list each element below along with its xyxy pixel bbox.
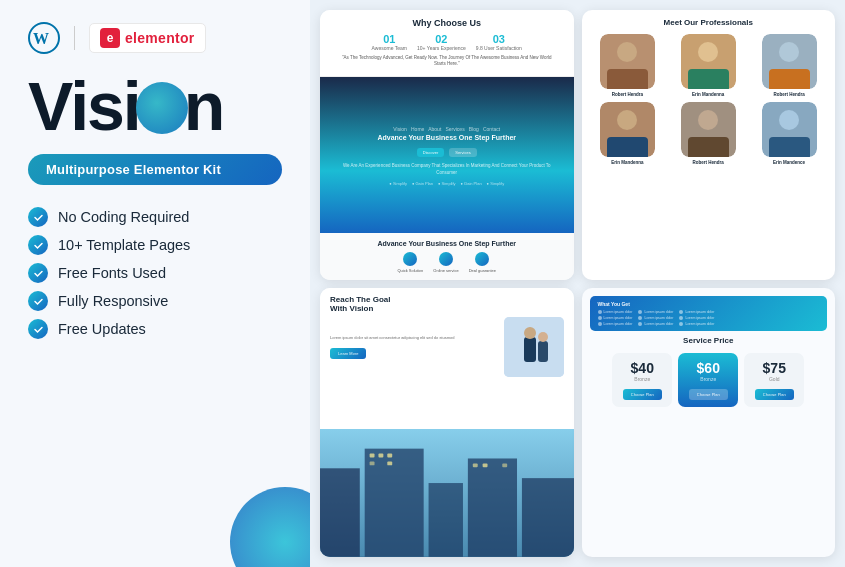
svg-rect-6: [607, 69, 648, 89]
price-col-bronze: $40 Bronze Choose Plan: [612, 353, 672, 407]
price-col-featured: $60 Bronze Choose Plan: [678, 353, 738, 407]
feature-list: No Coding Required 10+ Template Pages Fr…: [28, 207, 282, 339]
svg-point-11: [779, 42, 799, 62]
hero-sub-text: We Are An Experienced Business Company T…: [328, 163, 566, 176]
team-photo-4: [600, 102, 655, 157]
svg-point-26: [538, 332, 548, 342]
advance-circle-1: [403, 252, 417, 266]
what-items-grid: Lorem ipsum dolor Lorem ipsum dolor Lore…: [598, 310, 820, 326]
svg-rect-39: [483, 464, 488, 468]
team-member-5: Robert Hendra: [670, 102, 746, 165]
svg-point-8: [698, 42, 718, 62]
svg-point-17: [698, 110, 718, 130]
team-member-3: Robert Hendra: [751, 34, 827, 97]
wordpress-logo: W: [28, 22, 60, 54]
reach-text: Lorem ipsum dolor sit amet consectetur a…: [330, 335, 496, 359]
check-icon-5: [28, 319, 48, 339]
hero-stats-row: ● Simplify ● Gain Plan ● Simplify ● Gain…: [389, 181, 504, 186]
advance-section: Advance Your Business One Step Further Q…: [320, 233, 574, 280]
advance-item-3: Deal guarantee: [469, 252, 496, 273]
team-member-6: Erin Mandence: [751, 102, 827, 165]
check-icon-4: [28, 291, 48, 311]
elementor-badge: e elementor: [89, 23, 206, 53]
svg-rect-30: [429, 483, 463, 557]
team-member-2: Erin Mandenna: [670, 34, 746, 97]
check-icon-2: [28, 235, 48, 255]
svg-point-14: [617, 110, 637, 130]
svg-rect-9: [688, 69, 729, 89]
svg-point-5: [617, 42, 637, 62]
left-panel: W e elementor Visin Multipurpose Element…: [0, 0, 310, 567]
why-num-3: 03 9.8 User Satisfaction: [476, 33, 522, 51]
brand-title: Visin: [28, 72, 282, 140]
svg-rect-36: [370, 462, 375, 466]
hero-discover-btn[interactable]: Discover: [417, 148, 445, 157]
preview-card-top-right: Meet Our Professionals Robert Hendra: [582, 10, 836, 280]
check-icon-1: [28, 207, 48, 227]
team-photo-2: [681, 34, 736, 89]
feature-item-4: Fully Responsive: [28, 291, 282, 311]
meet-title: Meet Our Professionals: [590, 18, 828, 27]
hero-buttons-row: Discover Services: [417, 148, 477, 157]
service-price-title: Service Price: [590, 336, 828, 345]
hero-website-title: Advance Your Business One Step Further: [377, 133, 516, 142]
logos-row: W e elementor: [28, 22, 282, 54]
why-num-2: 02 10+ Years Experience: [417, 33, 466, 51]
svg-point-24: [524, 327, 536, 339]
what-you-get-section: What You Get Lorem ipsum dolor Lorem ips…: [590, 296, 828, 331]
why-numbers-row: 01 Awesome Team 02 10+ Years Experience …: [330, 33, 564, 51]
svg-rect-12: [769, 69, 810, 89]
price-cta-featured[interactable]: Choose Plan: [689, 389, 728, 400]
svg-rect-32: [522, 478, 574, 557]
building-section: [320, 429, 574, 557]
svg-rect-31: [468, 459, 517, 557]
why-quote-text: "As The Technology Advanced, Get Ready N…: [330, 55, 564, 68]
why-choose-section: Why Choose Us 01 Awesome Team 02 10+ Yea…: [320, 10, 574, 77]
svg-rect-21: [769, 137, 810, 157]
reach-cta-btn[interactable]: Learn More: [330, 348, 366, 359]
team-photo-1: [600, 34, 655, 89]
why-num-1: 01 Awesome Team: [372, 33, 407, 51]
advance-item-2: Online service: [433, 252, 458, 273]
svg-rect-18: [688, 137, 729, 157]
advance-item-1: Quick Solution: [398, 252, 424, 273]
reach-image: [504, 317, 564, 377]
what-col-3: Lorem ipsum dolor Lorem ipsum dolor Lore…: [679, 310, 714, 326]
what-col-1: Lorem ipsum dolor Lorem ipsum dolor Lore…: [598, 310, 633, 326]
elementor-icon: e: [100, 28, 120, 48]
svg-rect-33: [370, 454, 375, 458]
check-icon-3: [28, 263, 48, 283]
hero-website-preview: Vision Home About Services Blog Contact …: [320, 77, 574, 233]
advance-icons-row: Quick Solution Online service Deal guara…: [330, 252, 564, 273]
svg-rect-25: [538, 341, 548, 362]
svg-rect-38: [473, 464, 478, 468]
advance-circle-3: [475, 252, 489, 266]
vision-o-dot: [136, 82, 188, 134]
website-nav: Vision Home About Services Blog Contact: [388, 123, 505, 133]
team-member-1: Robert Hendra: [590, 34, 666, 97]
preview-card-bottom-left: Reach The GoalWith Vision Lorem ipsum do…: [320, 288, 574, 558]
vision-text-part1: Visi: [28, 72, 140, 140]
what-col-2: Lorem ipsum dolor Lorem ipsum dolor Lore…: [638, 310, 673, 326]
svg-rect-35: [387, 454, 392, 458]
feature-item-5: Free Updates: [28, 319, 282, 339]
feature-item-1: No Coding Required: [28, 207, 282, 227]
team-grid: Robert Hendra Erin Mandenna: [590, 34, 828, 165]
svg-text:W: W: [33, 30, 49, 47]
team-photo-3: [762, 34, 817, 89]
price-cta-gold[interactable]: Choose Plan: [755, 389, 794, 400]
preview-card-top-left: Why Choose Us 01 Awesome Team 02 10+ Yea…: [320, 10, 574, 280]
logo-separator: [74, 26, 75, 50]
service-price-section: Service Price $40 Bronze Choose Plan $60…: [590, 336, 828, 407]
feature-item-2: 10+ Template Pages: [28, 235, 282, 255]
vision-text-part2: n: [184, 72, 224, 140]
price-cta-bronze[interactable]: Choose Plan: [623, 389, 662, 400]
svg-rect-37: [387, 462, 392, 466]
advance-title: Advance Your Business One Step Further: [330, 240, 564, 247]
subtitle-badge: Multipurpose Elementor Kit: [28, 154, 282, 185]
hero-services-btn[interactable]: Services: [449, 148, 476, 157]
svg-rect-23: [524, 337, 536, 362]
preview-card-bottom-right: What You Get Lorem ipsum dolor Lorem ips…: [582, 288, 836, 558]
what-you-get-title: What You Get: [598, 301, 820, 307]
reach-content: Lorem ipsum dolor sit amet consectetur a…: [330, 317, 564, 377]
